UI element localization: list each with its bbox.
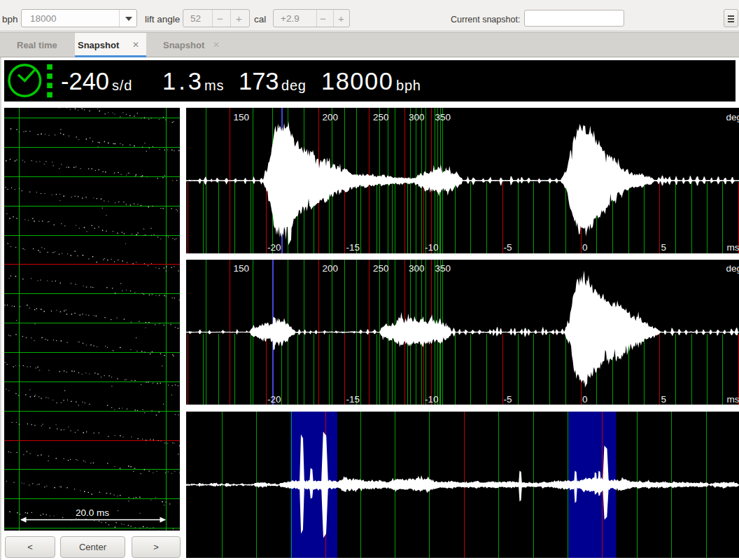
svg-text:-10: -10 xyxy=(425,242,439,253)
svg-text:5: 5 xyxy=(661,242,666,253)
svg-text:0: 0 xyxy=(582,242,588,253)
svg-text:350: 350 xyxy=(435,111,451,122)
svg-text:ms: ms xyxy=(726,394,739,405)
svg-text:20.0 ms: 20.0 ms xyxy=(76,507,109,518)
svg-text:ms: ms xyxy=(726,242,739,253)
svg-text:300: 300 xyxy=(409,263,425,274)
svg-text:350: 350 xyxy=(435,263,451,274)
svg-text:deg: deg xyxy=(726,263,739,274)
svg-text:5: 5 xyxy=(661,394,666,405)
svg-text:deg: deg xyxy=(726,111,739,122)
svg-text:-10: -10 xyxy=(425,394,439,405)
svg-text:0: 0 xyxy=(582,394,587,405)
svg-text:-5: -5 xyxy=(503,394,512,405)
svg-text:200: 200 xyxy=(322,263,338,274)
svg-text:-15: -15 xyxy=(346,242,360,253)
svg-text:-5: -5 xyxy=(503,242,512,253)
svg-text:150: 150 xyxy=(233,111,249,122)
svg-text:-20: -20 xyxy=(267,242,281,253)
svg-text:200: 200 xyxy=(322,111,338,122)
svg-text:250: 250 xyxy=(373,263,389,274)
svg-text:-15: -15 xyxy=(346,394,360,405)
svg-text:300: 300 xyxy=(409,111,425,122)
svg-text:150: 150 xyxy=(233,263,249,274)
svg-text:250: 250 xyxy=(373,111,389,122)
svg-text:-20: -20 xyxy=(267,394,281,405)
